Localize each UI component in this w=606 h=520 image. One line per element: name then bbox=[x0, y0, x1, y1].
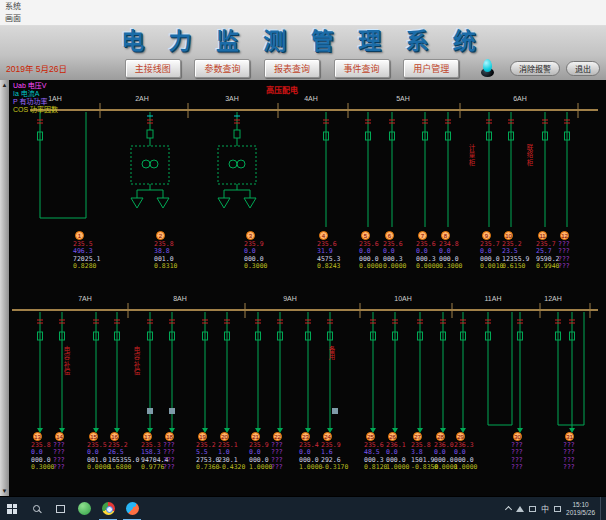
meter-readout-1[interactable]: 1235.5496.372025.10.8280 bbox=[73, 231, 115, 270]
meter-number-badge: 10 bbox=[504, 231, 513, 240]
meter-number-badge: 12 bbox=[560, 231, 569, 240]
feeder-vertical-label: 备用 bbox=[328, 346, 335, 361]
green-app-icon bbox=[78, 502, 91, 515]
task-view-icon bbox=[56, 505, 65, 513]
meter-number-badge: 27 bbox=[413, 432, 422, 441]
area-label: 高压配电 bbox=[266, 84, 298, 95]
feeder-vertical-label: 计量柜 bbox=[468, 144, 475, 167]
show-desktop-button[interactable] bbox=[600, 497, 604, 520]
meter-readout-4[interactable]: 4235.631.94575.30.8243 bbox=[317, 231, 359, 270]
nav-button-5[interactable]: 用户管理 bbox=[403, 59, 459, 78]
left-scrollbar[interactable]: ▲ ▼ bbox=[0, 80, 9, 496]
ime-indicator[interactable]: 中 bbox=[541, 503, 549, 514]
meter-number-badge: 1 bbox=[75, 231, 84, 240]
task-view-button[interactable] bbox=[48, 497, 72, 520]
browser-app-icon bbox=[126, 502, 139, 515]
meter-readout-31[interactable]: 31???????????? bbox=[563, 432, 605, 471]
oval-button-1[interactable]: 消除报警 bbox=[510, 61, 560, 76]
feeder-vertical-label: 电容补偿 bbox=[63, 346, 70, 376]
meter-value-4: 0.8280 bbox=[73, 263, 115, 270]
bay-label-1AH: 1AH bbox=[48, 95, 62, 102]
chrome-icon bbox=[102, 502, 115, 515]
meter-number-badge: 21 bbox=[251, 432, 260, 441]
bay-label-2AH: 2AH bbox=[135, 95, 149, 102]
taskbar-search-button[interactable] bbox=[24, 497, 48, 520]
meter-number-badge: 9 bbox=[482, 231, 491, 240]
meter-value-4: 0.3000 bbox=[439, 263, 481, 270]
system-tray: 中 15:10 2019/5/26 bbox=[506, 497, 606, 520]
clock-date: 2019/5/26 bbox=[566, 509, 595, 517]
meter-readout-29[interactable]: 29236.30.0000.01.0000 bbox=[454, 432, 496, 471]
meter-number-badge: 17 bbox=[143, 432, 152, 441]
nav-button-3[interactable]: 报表查询 bbox=[264, 59, 320, 78]
scroll-down-icon[interactable]: ▼ bbox=[0, 488, 9, 494]
taskbar-app-chrome[interactable] bbox=[96, 497, 120, 520]
meter-number-badge: 18 bbox=[165, 432, 174, 441]
nav-button-4[interactable]: 事件查询 bbox=[334, 59, 390, 78]
clock-time: 15:10 bbox=[566, 501, 595, 509]
meter-number-badge: 25 bbox=[366, 432, 375, 441]
date-text: 2019年 5月26日 bbox=[6, 62, 118, 74]
meter-number-badge: 8 bbox=[441, 231, 450, 240]
diagram-canvas: ▲ ▼ Uab 电压VIa 电流AP 有功功率COS 功率因数 高压配电 1AH… bbox=[0, 80, 606, 496]
meter-value-4: ??? bbox=[558, 263, 600, 270]
meter-readout-24[interactable]: 24235.91.6292.6-0.3170 bbox=[321, 432, 363, 471]
meter-number-badge: 11 bbox=[538, 231, 547, 240]
feeder-vertical-label: 电容补偿 bbox=[133, 346, 140, 376]
meter-value-4: 0.8243 bbox=[317, 263, 359, 270]
taskbar: 中 15:10 2019/5/26 bbox=[0, 496, 606, 520]
meter-number-badge: 5 bbox=[361, 231, 370, 240]
meter-readout-12[interactable]: 12???????????? bbox=[558, 231, 600, 270]
meter-number-badge: 20 bbox=[220, 432, 229, 441]
meter-number-badge: 26 bbox=[388, 432, 397, 441]
meter-number-badge: 7 bbox=[418, 231, 427, 240]
meter-number-badge: 30 bbox=[513, 432, 522, 441]
scroll-up-icon[interactable]: ▲ bbox=[0, 82, 9, 88]
meter-readout-8[interactable]: 8234.80.0000.00.3000 bbox=[439, 231, 481, 270]
meter-number-badge: 31 bbox=[565, 432, 574, 441]
taskbar-app-green[interactable] bbox=[72, 497, 96, 520]
meter-readout-2[interactable]: 2235.838.8001.00.8310 bbox=[154, 231, 196, 270]
network-icon[interactable] bbox=[529, 506, 536, 512]
meter-number-badge: 15 bbox=[89, 432, 98, 441]
action-center-icon[interactable] bbox=[554, 506, 561, 512]
menu-item-system[interactable]: 系统 bbox=[5, 1, 601, 12]
meter-number-badge: 28 bbox=[436, 432, 445, 441]
meter-value-4: 1.0000 bbox=[454, 464, 496, 471]
nav-button-2[interactable]: 参数查询 bbox=[194, 59, 250, 78]
meter-number-badge: 2 bbox=[156, 231, 165, 240]
legend-line-4: COS 功率因数 bbox=[13, 106, 58, 114]
windows-logo-icon bbox=[7, 504, 17, 514]
meter-number-badge: 6 bbox=[385, 231, 394, 240]
bay-label-5AH: 5AH bbox=[396, 95, 410, 102]
tray-expand-icon[interactable] bbox=[505, 506, 512, 513]
taskbar-clock[interactable]: 15:10 2019/5/26 bbox=[566, 501, 595, 516]
meter-readout-3[interactable]: 3235.90.0000.00.3000 bbox=[244, 231, 286, 270]
bay-label-9AH: 9AH bbox=[283, 295, 297, 302]
app-window: 系统 画面 电 力 监 测 管 理 系 统 2019年 5月26日 主接线图参数… bbox=[0, 0, 606, 520]
bay-label-3AH: 3AH bbox=[225, 95, 239, 102]
nav-button-1[interactable]: 主接线图 bbox=[125, 59, 181, 78]
alarm-indicator-icon[interactable] bbox=[480, 59, 496, 77]
meter-number-badge: 13 bbox=[33, 432, 42, 441]
bay-label-8AH: 8AH bbox=[173, 295, 187, 302]
meter-value-4: -0.3170 bbox=[321, 464, 363, 471]
meter-number-badge: 3 bbox=[246, 231, 255, 240]
bay-label-10AH: 10AH bbox=[394, 295, 412, 302]
menu-item-screen[interactable]: 画面 bbox=[5, 13, 601, 24]
toolbar-buttons: 主接线图参数查询报表查询事件查询用户管理 bbox=[118, 59, 466, 78]
taskbar-app-scada[interactable] bbox=[120, 497, 144, 520]
bay-label-7AH: 7AH bbox=[78, 295, 92, 302]
toolbar: 2019年 5月26日 主接线图参数查询报表查询事件查询用户管理 消除报警退出 bbox=[0, 56, 606, 80]
window-menubar: 系统 画面 bbox=[0, 0, 606, 26]
bay-label-4AH: 4AH bbox=[304, 95, 318, 102]
meter-value-4: ??? bbox=[511, 464, 553, 471]
page-title: 电 力 监 测 管 理 系 统 bbox=[0, 26, 606, 56]
meter-number-badge: 24 bbox=[323, 432, 332, 441]
meter-readout-30[interactable]: 30???????????? bbox=[511, 432, 553, 471]
meter-value-4: 0.8310 bbox=[154, 263, 196, 270]
meter-number-badge: 29 bbox=[456, 432, 465, 441]
oval-button-2[interactable]: 退出 bbox=[566, 61, 600, 76]
volume-icon[interactable] bbox=[516, 506, 524, 512]
start-button[interactable] bbox=[0, 497, 24, 520]
